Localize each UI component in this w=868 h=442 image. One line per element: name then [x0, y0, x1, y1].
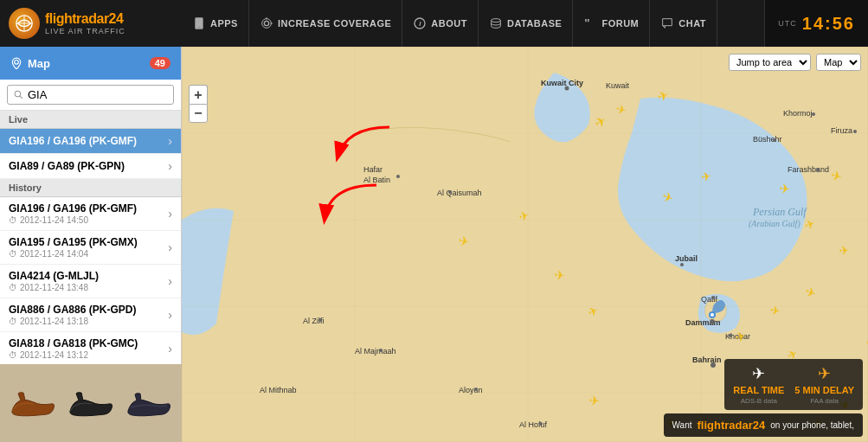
nav-database[interactable]: DATABASE	[479, 0, 573, 47]
svg-point-41	[379, 349, 383, 352]
history-flight-time-1: ⏱ 2012-11-24 14:04	[9, 249, 164, 259]
chevron-right-icon-h0: ›	[168, 207, 172, 221]
svg-text:Al Mithnab: Al Mithnab	[260, 386, 297, 394]
clock-icon-0: ⏱	[9, 215, 17, 225]
svg-text:Büshehr: Büshehr	[753, 135, 782, 144]
clock-icon-4: ⏱	[9, 350, 17, 360]
chevron-right-icon-1: ›	[168, 159, 172, 173]
clock-icon-2: ⏱	[9, 283, 17, 292]
live-flight-name-1: GIA89 / GA89 (PK-GPN)	[9, 160, 164, 172]
shoe-1	[8, 387, 58, 420]
history-flight-time-2: ⏱ 2012-11-24 13:48	[9, 283, 164, 292]
svg-point-23	[396, 175, 400, 178]
zoom-controls: + −	[189, 85, 208, 123]
logo-icon	[9, 8, 40, 39]
svg-text:Hafar: Hafar	[363, 165, 383, 174]
logo-area: flightradar24 LIVE AIR TRAFFIC	[0, 8, 182, 39]
nav-coverage[interactable]: INCREASE COVERAGE	[249, 0, 402, 47]
history-flight-item-4[interactable]: GIA818 / GA818 (PK-GMC) ⏱ 2012-11-24 13:…	[0, 332, 181, 366]
svg-point-53	[853, 130, 857, 133]
svg-point-39	[318, 318, 322, 322]
logo-sub: LIVE AIR TRAFFIC	[45, 27, 125, 35]
logo-text: flightradar24	[45, 11, 125, 27]
svg-text:Khormoj: Khormoj	[783, 109, 813, 118]
history-flight-item-3[interactable]: GIA886 / GA886 (PK-GPD) ⏱ 2012-11-24 13:…	[0, 298, 181, 332]
nav-forum[interactable]: " FORUM	[573, 0, 650, 47]
svg-text:Firuza: Firuza	[831, 126, 852, 135]
chevron-right-icon-h4: ›	[168, 342, 172, 356]
svg-text:Al Hofuf: Al Hofuf	[519, 420, 548, 429]
ad-banner	[0, 364, 182, 442]
chevron-right-icon-h2: ›	[168, 274, 172, 288]
svg-point-20	[565, 86, 569, 91]
svg-text:Qatif: Qatif	[701, 295, 718, 304]
utc-label: UTC	[778, 19, 797, 28]
history-flight-name-2: GIA4214 (G-MLJL)	[9, 270, 164, 282]
search-box	[0, 80, 181, 111]
svg-point-25	[448, 190, 452, 194]
svg-text:✈: ✈	[588, 393, 600, 408]
realtime-label: REAL TIME	[733, 385, 784, 395]
clock-icon-3: ⏱	[9, 317, 17, 326]
svg-line-15	[20, 96, 23, 99]
jump-to-area-select[interactable]: Jump to area	[729, 54, 811, 71]
shoe-2	[66, 387, 116, 420]
svg-point-47	[773, 138, 776, 142]
svg-rect-4	[197, 28, 201, 29]
history-flight-time-3: ⏱ 2012-11-24 13:18	[9, 317, 164, 326]
svg-text:": "	[585, 16, 591, 29]
nav-apps[interactable]: APPS	[182, 0, 249, 47]
header: flightradar24 LIVE AIR TRAFFIC APPS INCR…	[0, 0, 868, 47]
history-flight-item-1[interactable]: GIA195 / GA195 (PK-GMX) ⏱ 2012-11-24 14:…	[0, 231, 181, 265]
aircraft-delay-icon: ✈	[818, 364, 831, 383]
svg-text:✈: ✈	[778, 181, 790, 196]
fr24-brand: flightradar24	[698, 419, 766, 432]
svg-text:✈: ✈	[839, 243, 850, 258]
delay-label: 5 MIN DELAY	[794, 385, 854, 395]
svg-text:Al Majmaah: Al Majmaah	[355, 347, 396, 356]
chevron-right-icon-h1: ›	[168, 240, 172, 254]
svg-point-35	[729, 334, 732, 337]
svg-text:✈: ✈	[553, 267, 565, 283]
live-flight-item-0[interactable]: GIA196 / GA196 (PK-GMF) ›	[0, 129, 181, 154]
svg-text:Aloyun: Aloyun	[459, 386, 483, 394]
shoe-3	[124, 387, 174, 420]
history-flight-item-2[interactable]: GIA4214 (G-MLJL) ⏱ 2012-11-24 13:48 ›	[0, 265, 181, 298]
realtime-item: ✈ REAL TIME ADS-B data	[733, 364, 784, 405]
delay-sub: FAA data	[810, 397, 838, 405]
svg-text:Al Batin: Al Batin	[363, 176, 390, 184]
sidebar: Map 49 Live GIA196 / GA196 (PK-GMF) › GI…	[0, 47, 182, 442]
main-area: Map 49 Live GIA196 / GA196 (PK-GMF) › GI…	[0, 47, 868, 442]
logo-text-area: flightradar24 LIVE AIR TRAFFIC	[45, 11, 125, 35]
svg-point-13	[15, 61, 19, 65]
map-tab[interactable]: Map 49	[0, 47, 181, 80]
map-container[interactable]: Kuwait City Kuwait Hafar Al Batin Al Qai…	[182, 47, 868, 442]
zoom-out-button[interactable]: −	[189, 104, 208, 123]
chevron-right-icon-0: ›	[168, 134, 172, 148]
svg-text:Jubail: Jubail	[675, 254, 698, 263]
svg-text:Kuwait: Kuwait	[606, 81, 630, 90]
live-flight-name-0: GIA196 / GA196 (PK-GMF)	[9, 135, 164, 147]
history-section-header: History	[0, 179, 181, 197]
live-flight-item-1[interactable]: GIA89 / GA89 (PK-GPN) ›	[0, 154, 181, 179]
history-flight-item-0[interactable]: GIA196 / GA196 (PK-GMF) ⏱ 2012-11-24 14:…	[0, 197, 181, 231]
clock-display: 14:56	[802, 14, 855, 34]
search-input[interactable]	[28, 88, 168, 101]
nav-about[interactable]: i ABOUT	[402, 0, 479, 47]
history-flight-time-4: ⏱ 2012-11-24 13:12	[9, 350, 164, 360]
svg-text:Al Qaisumah: Al Qaisumah	[437, 189, 482, 197]
map-tab-label: Map	[28, 57, 50, 70]
bottom-right-panels: ✈ REAL TIME ADS-B data ✈ 5 MIN DELAY FAA…	[659, 354, 868, 442]
realtime-sub: ADS-B data	[741, 397, 777, 405]
history-flight-name-4: GIA818 / GA818 (PK-GMC)	[9, 337, 164, 349]
zoom-in-button[interactable]: +	[189, 85, 208, 104]
delay-item: ✈ 5 MIN DELAY FAA data	[794, 364, 854, 405]
shoe-display	[0, 364, 182, 442]
fr24-promo: Want flightradar24 on your phone, tablet…	[664, 413, 863, 437]
promo-text: Want	[672, 420, 692, 430]
chevron-right-icon-h3: ›	[168, 308, 172, 322]
map-type-select[interactable]: Map	[816, 54, 861, 71]
svg-point-33	[710, 313, 714, 317]
search-input-wrap[interactable]	[7, 85, 174, 105]
nav-chat[interactable]: CHAT	[650, 0, 717, 47]
